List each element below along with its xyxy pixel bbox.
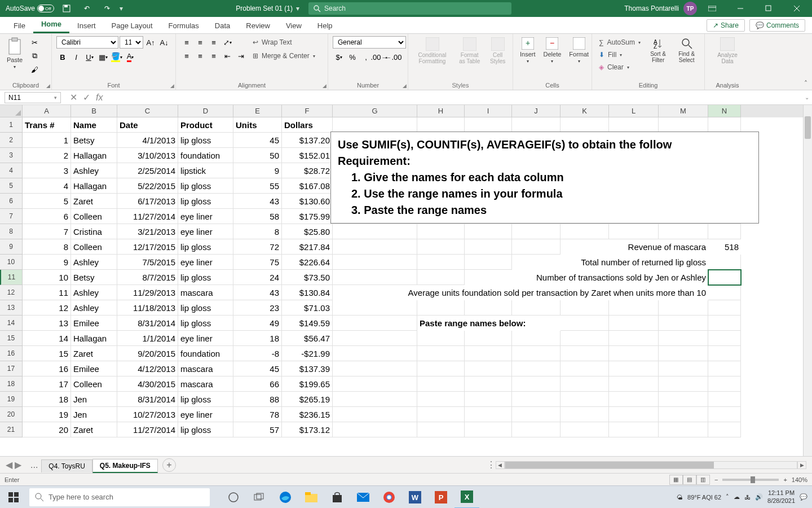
row-header-10[interactable]: 10 [0, 255, 23, 270]
cell[interactable]: lip gloss [178, 178, 233, 194]
close-icon[interactable] [784, 0, 810, 17]
notifications-icon[interactable]: 💬 [800, 493, 807, 501]
cell[interactable] [512, 316, 561, 331]
cell[interactable]: 11/27/2014 [117, 422, 178, 437]
cell[interactable] [512, 270, 561, 285]
cell[interactable] [512, 376, 561, 392]
cell[interactable]: 12 [23, 300, 71, 316]
autosum-button[interactable]: ∑AutoSum▾ [597, 36, 643, 49]
cell[interactable] [659, 270, 708, 285]
cell[interactable]: lip gloss [178, 316, 233, 331]
cell[interactable]: lip gloss [178, 392, 233, 407]
align-top-icon[interactable]: ≡ [180, 36, 193, 49]
cell[interactable] [561, 316, 609, 331]
cell[interactable]: Ashley [71, 300, 117, 316]
cell[interactable] [708, 255, 741, 270]
cell[interactable] [512, 346, 561, 361]
cell[interactable] [417, 392, 465, 407]
row-header-20[interactable]: 20 [0, 407, 23, 422]
cell[interactable] [333, 331, 417, 346]
add-sheet-icon[interactable]: + [162, 458, 176, 472]
row-header-19[interactable]: 19 [0, 392, 23, 407]
cell[interactable] [465, 300, 512, 316]
search-box[interactable]: Search [308, 2, 511, 15]
cell[interactable] [659, 422, 708, 437]
cell[interactable] [512, 407, 561, 422]
row-header-9[interactable]: 9 [0, 239, 23, 255]
format-as-table-button[interactable]: Format as Table [455, 36, 484, 65]
cell[interactable]: $217.84 [282, 239, 333, 255]
cell[interactable]: 10 [23, 270, 71, 285]
cell[interactable] [561, 224, 609, 239]
word-icon[interactable]: W [403, 486, 427, 509]
cell[interactable] [561, 270, 609, 285]
cell[interactable] [333, 285, 417, 300]
cell[interactable] [512, 361, 561, 376]
cell[interactable]: lip gloss [178, 270, 233, 285]
cell[interactable]: 16 [23, 361, 71, 376]
cell[interactable]: Hallagan [71, 148, 117, 163]
cell[interactable]: 17 [23, 376, 71, 392]
cell[interactable] [708, 361, 741, 376]
decrease-decimal-icon[interactable]: ←.00 [387, 51, 399, 63]
cell[interactable]: lip gloss [178, 300, 233, 316]
cell[interactable]: Trans # [23, 117, 71, 133]
cell[interactable]: Dollars [282, 117, 333, 133]
wrap-text-button[interactable]: ↩Wrap Text [250, 36, 317, 49]
cell[interactable] [333, 361, 417, 376]
cell[interactable]: 9/20/2015 [117, 346, 178, 361]
cell[interactable] [512, 285, 561, 300]
cell[interactable] [609, 117, 659, 133]
undo-icon[interactable]: ↶ [79, 0, 95, 17]
column-header-N[interactable]: N [708, 105, 741, 117]
copy-icon[interactable]: ⧉ [28, 50, 41, 62]
chrome-icon[interactable] [377, 486, 401, 509]
cell[interactable] [609, 361, 659, 376]
cell[interactable] [465, 392, 512, 407]
merge-center-button[interactable]: ⊞Merge & Center▾ [250, 50, 317, 62]
cell[interactable]: $137.39 [282, 361, 333, 376]
sheet-overflow[interactable]: ... [27, 460, 41, 470]
cell[interactable]: $236.15 [282, 407, 333, 422]
view-pagelayout-icon[interactable]: ▤ [683, 475, 696, 485]
cell[interactable] [417, 346, 465, 361]
column-header-J[interactable]: J [512, 105, 561, 117]
cell[interactable]: $167.08 [282, 178, 333, 194]
cell[interactable]: 8 [23, 239, 71, 255]
cell[interactable] [512, 392, 561, 407]
sheet-tab-q4[interactable]: Q4. ToysRU [41, 459, 92, 472]
cell-styles-button[interactable]: Cell Styles [487, 36, 508, 65]
sort-filter-button[interactable]: AZSort & Filter [646, 36, 670, 64]
cell[interactable] [708, 407, 741, 422]
cell[interactable] [417, 331, 465, 346]
cell[interactable]: Emilee [71, 316, 117, 331]
cell[interactable]: 6 [23, 209, 71, 224]
cell[interactable]: 11/18/2013 [117, 300, 178, 316]
cell[interactable]: 5 [23, 194, 71, 209]
sheet-tab-q5[interactable]: Q5. Makeup-IFS [92, 459, 158, 473]
tab-file[interactable]: File [6, 18, 33, 33]
underline-icon[interactable]: U▾ [83, 51, 96, 63]
decrease-indent-icon[interactable]: ⇤ [221, 50, 233, 62]
cell[interactable]: Colleen [71, 376, 117, 392]
cell[interactable] [659, 300, 708, 316]
orientation-icon[interactable]: ⤢▾ [221, 36, 233, 49]
cell[interactable] [333, 422, 417, 437]
cell[interactable]: foundation [178, 148, 233, 163]
tab-help[interactable]: Help [310, 18, 341, 33]
border-icon[interactable]: ▦▾ [97, 51, 109, 63]
cell[interactable] [465, 376, 512, 392]
cell[interactable]: $265.19 [282, 392, 333, 407]
cell[interactable]: Zaret [71, 422, 117, 437]
conditional-formatting-button[interactable]: Conditional Formatting [413, 36, 452, 65]
find-select-button[interactable]: Find & Select [673, 36, 700, 64]
column-header-L[interactable]: L [609, 105, 659, 117]
cell[interactable]: 1 [23, 133, 71, 148]
cell[interactable]: 3/21/2013 [117, 224, 178, 239]
cell[interactable] [708, 422, 741, 437]
weather-widget[interactable]: 89°F AQI 62 [687, 494, 721, 501]
cell[interactable] [609, 270, 659, 285]
cell[interactable]: 14 [23, 331, 71, 346]
view-pagebreak-icon[interactable]: ▥ [696, 475, 710, 485]
cell[interactable]: Colleen [71, 239, 117, 255]
